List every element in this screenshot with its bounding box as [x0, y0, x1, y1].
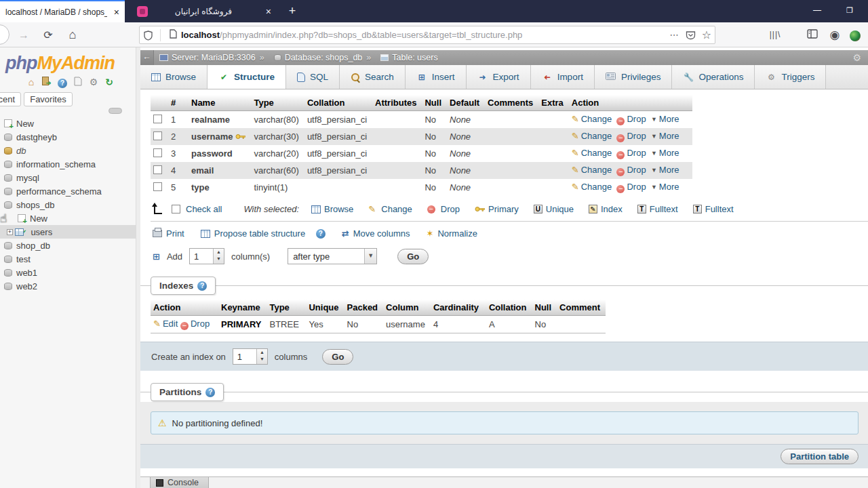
tab-import[interactable]: ➜Import: [531, 65, 595, 89]
home-icon[interactable]: ⌂: [64, 26, 81, 44]
tab-triggers[interactable]: ⚙Triggers: [755, 65, 826, 89]
print-link[interactable]: Print: [153, 228, 184, 239]
selected-change-link[interactable]: ✎Change: [368, 204, 412, 214]
change-link[interactable]: Change: [581, 114, 612, 124]
change-link[interactable]: Change: [581, 182, 612, 192]
add-column-count-input[interactable]: 1▲▼: [189, 248, 224, 264]
more-link[interactable]: More: [659, 148, 679, 158]
row-checkbox[interactable]: [153, 165, 162, 174]
more-link[interactable]: More: [659, 165, 679, 175]
tab-insert[interactable]: ⊞Insert: [406, 65, 467, 89]
tree-item-database[interactable]: web2: [0, 279, 140, 293]
page-actions-icon[interactable]: ⋯: [666, 30, 682, 40]
tab-favorites[interactable]: Favorites: [24, 92, 72, 106]
selected-browse-link[interactable]: Browse: [311, 204, 353, 214]
breadcrumb-database[interactable]: Database: shops_db: [285, 53, 363, 62]
tree-item-database[interactable]: mysql: [0, 171, 140, 184]
tree-item-database-shops-db[interactable]: shops_db: [0, 198, 140, 211]
tree-item-database[interactable]: web1: [0, 266, 140, 279]
breadcrumb-back-button[interactable]: ←: [140, 50, 154, 65]
window-restore-button[interactable]: ❐: [834, 0, 865, 22]
library-icon[interactable]: |||\: [766, 26, 784, 44]
tab-close-icon[interactable]: ×: [266, 7, 271, 16]
documentation-icon[interactable]: [73, 77, 84, 88]
tab-recent[interactable]: Recent: [0, 92, 21, 106]
spinner-arrows[interactable]: ▲▼: [256, 349, 267, 364]
console-toggle[interactable]: Console: [150, 477, 209, 488]
drop-link[interactable]: Drop: [627, 114, 646, 124]
page-info-icon[interactable]: [165, 29, 181, 41]
tab-privileges[interactable]: Privileges: [595, 65, 673, 89]
change-link[interactable]: Change: [581, 148, 612, 158]
tab-operations[interactable]: 🔧Operations: [672, 65, 755, 89]
move-columns-link[interactable]: ⇄Move columns: [342, 228, 410, 239]
tree-item-table-users[interactable]: +✔users: [0, 225, 140, 239]
change-link[interactable]: Change: [581, 131, 612, 141]
edit-index-link[interactable]: Edit: [163, 319, 178, 329]
tree-item-database[interactable]: db: [0, 144, 140, 157]
change-link[interactable]: Change: [581, 165, 612, 175]
tab-structure[interactable]: ✔Structure: [208, 65, 286, 89]
breadcrumb-server[interactable]: Server: MariaDB:3306: [172, 53, 256, 62]
url-bar[interactable]: localhost/phpmyadmin/index.php?db=shops_…: [139, 26, 715, 44]
help-icon[interactable]: ?: [205, 388, 215, 397]
tab-export[interactable]: ➜Export: [467, 65, 531, 89]
home-icon[interactable]: ⌂: [26, 77, 37, 88]
drop-link[interactable]: Drop: [627, 182, 646, 192]
reload-navigation-icon[interactable]: ↻: [104, 77, 115, 88]
new-tab-button[interactable]: +: [283, 3, 301, 20]
tab-close-icon[interactable]: ×: [114, 7, 119, 17]
tab-browse[interactable]: Browse: [140, 65, 208, 89]
propose-structure-link[interactable]: Propose table structure ?: [201, 228, 326, 239]
tree-item-database[interactable]: shop_db: [0, 239, 140, 252]
browser-tab-inactive[interactable]: فروشگاه ایرانیان ×: [130, 0, 278, 22]
reload-icon[interactable]: ⟳: [39, 26, 57, 44]
selected-fulltext-link[interactable]: TFulltext: [693, 204, 734, 214]
check-all-label[interactable]: Check all: [186, 204, 222, 214]
normalize-link[interactable]: ✶Normalize: [426, 228, 477, 239]
url-text[interactable]: localhost/phpmyadmin/index.php?db=shops_…: [181, 30, 666, 40]
expand-icon[interactable]: +: [7, 229, 13, 235]
row-checkbox[interactable]: [153, 131, 162, 140]
drop-link[interactable]: Drop: [627, 165, 646, 175]
more-link[interactable]: More: [659, 131, 679, 141]
tree-item-database[interactable]: dastgheyb: [0, 130, 140, 144]
idm-icon[interactable]: [846, 26, 864, 44]
selected-unique-link[interactable]: UUnique: [534, 204, 574, 214]
account-icon[interactable]: ◉: [826, 26, 844, 44]
more-link[interactable]: More: [659, 114, 679, 124]
selected-drop-link[interactable]: −Drop: [427, 204, 460, 214]
tree-item-database[interactable]: information_schema: [0, 157, 140, 171]
sidebar-scrollbar[interactable]: [136, 47, 140, 488]
index-columns-count-input[interactable]: 1▲▼: [233, 348, 268, 365]
help-icon[interactable]: ?: [316, 229, 326, 239]
back-button[interactable]: [0, 24, 9, 45]
panel-collapse-handle[interactable]: [108, 108, 122, 114]
check-all-checkbox[interactable]: [172, 205, 180, 214]
selected-index-link[interactable]: ✎Index: [589, 204, 623, 214]
window-minimize-button[interactable]: —: [802, 0, 833, 22]
row-checkbox[interactable]: [153, 115, 162, 123]
drop-link[interactable]: Drop: [627, 148, 646, 158]
spinner-arrows[interactable]: ▲▼: [213, 249, 224, 264]
breadcrumb-table[interactable]: Table: users: [392, 53, 437, 62]
tree-item-new-database[interactable]: New: [0, 117, 140, 130]
tree-item-database[interactable]: test: [0, 252, 140, 266]
tree-item-database[interactable]: performance_schema: [0, 184, 140, 198]
tab-search[interactable]: Search: [340, 65, 406, 89]
add-column-go-button[interactable]: Go: [397, 249, 429, 264]
create-index-go-button[interactable]: Go: [322, 349, 353, 365]
pocket-icon[interactable]: [682, 30, 698, 41]
tab-sql[interactable]: SQL: [286, 65, 340, 89]
drop-link[interactable]: Drop: [627, 131, 646, 141]
forward-icon[interactable]: →: [15, 26, 33, 44]
bookmark-star-icon[interactable]: ☆: [698, 28, 715, 41]
phpmyadmin-logo[interactable]: phpMyAdmin: [5, 53, 140, 74]
tree-item-new-table[interactable]: New: [0, 211, 140, 225]
help-icon[interactable]: ?: [197, 281, 207, 291]
more-link[interactable]: More: [659, 182, 679, 192]
help-icon[interactable]: ?: [57, 77, 68, 88]
tracking-shield-icon[interactable]: [140, 29, 156, 40]
settings-gear-icon[interactable]: ⚙: [88, 77, 100, 88]
row-checkbox[interactable]: [153, 148, 162, 157]
